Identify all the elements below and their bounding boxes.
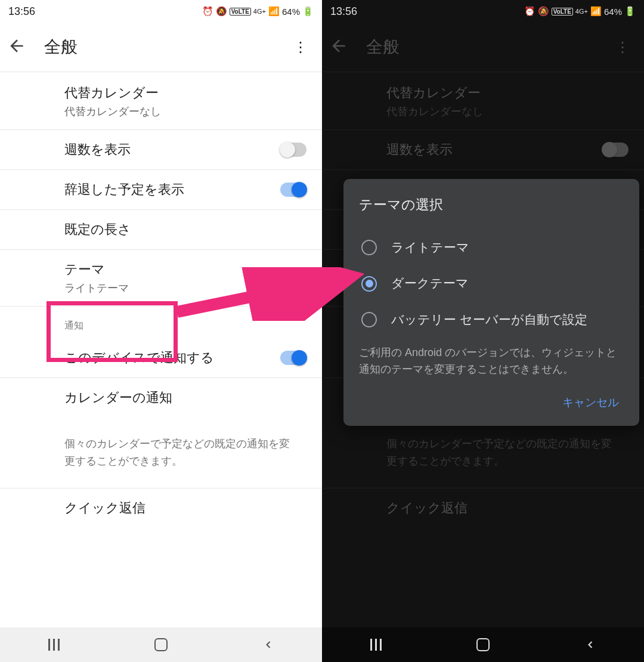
clock: 13:56	[8, 5, 35, 18]
more-icon[interactable]: ⋮	[608, 39, 637, 55]
nav-home-icon[interactable]	[153, 636, 169, 653]
nav-bar	[0, 627, 322, 662]
app-header: 全般 ⋮	[322, 23, 644, 72]
battery-icon: 🔋	[302, 6, 314, 17]
status-bar: 13:56 ⏰ 🔕 VoLTE 4G+ 📶 64% 🔋	[322, 0, 644, 23]
nav-recent-icon[interactable]	[45, 636, 62, 653]
item-theme[interactable]: テーマ ライトテーマ	[0, 250, 322, 306]
phone-dark: 13:56 ⏰ 🔕 VoLTE 4G+ 📶 64% 🔋 全般 ⋮ 代替カレンダー…	[322, 0, 644, 662]
battery-label: 64%	[282, 7, 300, 17]
mute-icon: 🔕	[538, 6, 549, 17]
theme-dialog: テーマの選択 ライトテーマ ダークテーマ バッテリー セーバーが自動で設定 ご利…	[343, 179, 639, 426]
item-title: 辞退した予定を表示	[64, 181, 184, 199]
radio-icon	[361, 240, 377, 255]
toggle-device-notify[interactable]	[280, 351, 306, 365]
network-label: 4G+	[575, 8, 588, 15]
volte-icon: VoLTE	[552, 8, 573, 16]
alarm-icon: ⏰	[202, 6, 213, 17]
phone-light: 13:56 ⏰ 🔕 VoLTE 4G+ 📶 64% 🔋 全般 ⋮ 代替カレンダー…	[0, 0, 322, 662]
item-device-notify[interactable]: このデバイスで通知する	[0, 338, 322, 378]
item-alt-calendar[interactable]: 代替カレンダー 代替カレンダーなし	[0, 73, 322, 129]
item-calendar-notify[interactable]: カレンダーの通知	[0, 378, 322, 417]
nav-bar	[322, 627, 644, 662]
item-title: 既定の長さ	[64, 221, 310, 239]
radio-label: ライトテーマ	[391, 239, 469, 256]
item-title: カレンダーの通知	[64, 389, 310, 407]
item-subtitle: 代替カレンダーなし	[64, 104, 310, 119]
item-title: 代替カレンダー	[386, 84, 632, 102]
item-title: クイック返信	[386, 499, 632, 517]
toggle-week-number[interactable]	[280, 143, 306, 157]
item-quick-reply[interactable]: クイック返信	[0, 488, 322, 528]
item-title: テーマ	[64, 261, 310, 279]
item-title: 代替カレンダー	[64, 84, 310, 102]
item-subtitle: ライトテーマ	[64, 281, 310, 295]
nav-back-icon[interactable]	[582, 636, 599, 653]
radio-option-auto[interactable]: バッテリー セーバーが自動で設定	[359, 302, 624, 338]
item-title: このデバイスで通知する	[64, 349, 214, 367]
status-icons: ⏰ 🔕 VoLTE 4G+ 📶 64% 🔋	[524, 6, 636, 17]
item-subtitle: 代替カレンダーなし	[386, 104, 632, 119]
item-quick-reply[interactable]: クイック返信	[322, 488, 644, 528]
dialog-note: ご利用の Android のバージョンでは、ウィジェットと通知のテーマを変更する…	[359, 345, 624, 378]
settings-list: 代替カレンダー 代替カレンダーなし 週数を表示 辞退した予定を表示 既定の長さ …	[0, 72, 322, 528]
app-header: 全般 ⋮	[0, 23, 322, 72]
nav-recent-icon[interactable]	[367, 636, 384, 653]
section-notifications: 通知	[0, 307, 322, 338]
radio-icon	[361, 312, 377, 327]
item-week-number[interactable]: 週数を表示	[0, 130, 322, 169]
clock: 13:56	[330, 5, 357, 18]
radio-option-dark[interactable]: ダークテーマ	[359, 265, 624, 301]
alarm-icon: ⏰	[524, 6, 535, 17]
mute-icon: 🔕	[216, 6, 227, 17]
status-bar: 13:56 ⏰ 🔕 VoLTE 4G+ 📶 64% 🔋	[0, 0, 322, 23]
status-icons: ⏰ 🔕 VoLTE 4G+ 📶 64% 🔋	[202, 6, 314, 17]
item-title: 週数を表示	[386, 141, 453, 159]
item-default-length[interactable]: 既定の長さ	[0, 210, 322, 249]
nav-home-icon[interactable]	[475, 636, 491, 653]
item-alt-calendar[interactable]: 代替カレンダー 代替カレンダーなし	[322, 73, 644, 129]
item-show-declined[interactable]: 辞退した予定を表示	[0, 170, 322, 209]
item-title: クイック返信	[64, 499, 310, 517]
radio-icon	[361, 276, 377, 292]
item-title: 週数を表示	[64, 141, 131, 159]
footer-note: 個々のカレンダーで予定などの既定の通知を変更することができます。	[0, 417, 322, 488]
volte-icon: VoLTE	[230, 8, 251, 16]
signal-icon: 📶	[590, 6, 602, 17]
battery-icon: 🔋	[624, 6, 636, 17]
radio-label: バッテリー セーバーが自動で設定	[391, 311, 587, 328]
item-week-number[interactable]: 週数を表示	[322, 130, 644, 169]
page-title: 全般	[44, 36, 286, 58]
network-label: 4G+	[253, 8, 266, 15]
radio-option-light[interactable]: ライトテーマ	[359, 230, 624, 265]
dialog-title: テーマの選択	[359, 196, 624, 214]
toggle-show-declined[interactable]	[280, 182, 306, 197]
toggle-week-number[interactable]	[602, 143, 628, 157]
back-icon[interactable]	[7, 36, 26, 58]
more-icon[interactable]: ⋮	[286, 39, 315, 55]
back-icon[interactable]	[329, 36, 348, 58]
page-title: 全般	[366, 36, 608, 58]
battery-label: 64%	[604, 7, 622, 17]
footer-note: 個々のカレンダーで予定などの既定の通知を変更することができます。	[322, 417, 644, 488]
radio-label: ダークテーマ	[391, 275, 469, 292]
cancel-button[interactable]: キャンセル	[558, 391, 624, 414]
nav-back-icon[interactable]	[260, 636, 277, 653]
signal-icon: 📶	[268, 6, 280, 17]
